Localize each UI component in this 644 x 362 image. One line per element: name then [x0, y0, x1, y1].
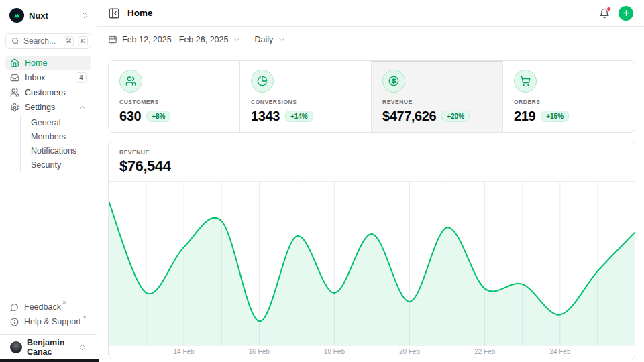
help-support-link[interactable]: Help & Support: [5, 314, 91, 329]
stat-value: 1343: [251, 109, 280, 124]
sidebar-item-home[interactable]: Home: [5, 56, 91, 70]
calendar-icon: [108, 35, 117, 44]
divider: [0, 334, 97, 335]
stat-value: 219: [514, 109, 535, 124]
revenue-chart-card: Revenue $76,544 14 Feb16 Feb18 Feb20 Feb…: [108, 141, 635, 359]
user-menu[interactable]: Benjamin Canac: [5, 339, 91, 357]
kbd-k: K: [78, 36, 88, 46]
chart-title: Revenue: [119, 149, 624, 156]
stat-label: Customers: [119, 99, 229, 105]
dashboard-content: Customers 630+8% Conversions 1343+14% Re…: [97, 52, 644, 362]
svg-text:22 Feb: 22 Feb: [474, 348, 496, 355]
stat-delta-badge: +20%: [441, 111, 470, 122]
kbd-meta: ⌘: [64, 36, 74, 46]
sidebar-item-general[interactable]: General: [31, 115, 91, 129]
workspace-name: Nuxt: [29, 11, 48, 21]
inbox-icon: [10, 73, 19, 82]
home-icon: [10, 58, 19, 68]
stat-label: Revenue: [382, 99, 492, 105]
stat-card-customers[interactable]: Customers 630+8%: [109, 61, 240, 133]
sidebar-item-notifications[interactable]: Notifications: [31, 143, 91, 158]
page-header: Home: [97, 0, 644, 27]
svg-text:16 Feb: 16 Feb: [249, 348, 270, 355]
sidebar-item-label: Inbox: [25, 73, 46, 82]
chevrons-up-down-icon: [78, 343, 87, 351]
search-icon: [11, 37, 19, 45]
search-input[interactable]: Search... ⌘ K: [5, 33, 91, 49]
date-range-label: Feb 12, 2025 - Feb 26, 2025: [122, 35, 228, 44]
stats-row: Customers 630+8% Conversions 1343+14% Re…: [108, 60, 635, 133]
sidebar-item-customers[interactable]: Customers: [5, 85, 91, 100]
svg-text:14 Feb: 14 Feb: [174, 348, 195, 355]
settings-submenu: General Members Notifications Security: [20, 115, 91, 172]
feedback-link[interactable]: Feedback: [5, 300, 91, 314]
users-icon: [125, 76, 136, 86]
filters-toolbar: Feb 12, 2025 - Feb 26, 2025 Daily: [97, 27, 644, 52]
nuxt-logo-icon: [9, 8, 24, 23]
arrow-up-right-icon: [82, 315, 87, 320]
sidebar-item-label: Home: [25, 58, 47, 68]
stat-delta-badge: +8%: [146, 111, 170, 122]
granularity-label: Daily: [254, 35, 273, 44]
sidebar: Nuxt Search... ⌘ K Home Inbox 4 Customer…: [0, 0, 97, 362]
page-title: Home: [127, 8, 153, 18]
stat-label: Orders: [514, 99, 624, 105]
info-circle-icon: [10, 318, 19, 326]
sidebar-footer: Feedback Help & Support Benjamin Canac: [5, 300, 91, 357]
sidebar-nav: Home Inbox 4 Customers Settings General …: [5, 56, 91, 173]
bottom-strip: [0, 359, 99, 362]
svg-text:18 Feb: 18 Feb: [324, 348, 345, 355]
sidebar-item-settings[interactable]: Settings: [5, 100, 91, 115]
users-icon: [10, 88, 19, 97]
stat-label: Conversions: [251, 99, 360, 105]
add-button[interactable]: [619, 6, 633, 21]
chart-header: Revenue $76,544: [109, 141, 635, 182]
stat-card-revenue[interactable]: Revenue $477,626+20%: [372, 61, 503, 133]
sidebar-item-label: Settings: [25, 103, 55, 112]
inbox-count-badge: 4: [76, 72, 87, 83]
sidebar-toggle-button[interactable]: [108, 7, 120, 19]
stat-value: 630: [119, 109, 141, 124]
stat-delta-badge: +14%: [285, 111, 313, 122]
cart-icon: [520, 76, 531, 86]
sidebar-item-inbox[interactable]: Inbox 4: [5, 70, 91, 85]
chevron-down-icon: [278, 36, 286, 44]
sidebar-item-security[interactable]: Security: [31, 158, 91, 172]
arrow-up-right-icon: [62, 300, 66, 305]
chart-value: $76,544: [119, 158, 624, 175]
dollar-circle-icon: [388, 76, 399, 86]
revenue-area-chart[interactable]: 14 Feb16 Feb18 Feb20 Feb22 Feb24 Feb: [109, 182, 635, 359]
search-placeholder: Search...: [23, 36, 60, 46]
svg-text:20 Feb: 20 Feb: [399, 348, 421, 355]
stat-card-conversions[interactable]: Conversions 1343+14%: [240, 61, 372, 133]
user-name: Benjamin Canac: [27, 338, 74, 357]
chevron-down-icon: [233, 36, 241, 44]
stat-delta-badge: +15%: [541, 111, 569, 122]
help-support-label: Help & Support: [24, 317, 81, 326]
avatar: [10, 341, 22, 353]
granularity-select[interactable]: Daily: [254, 35, 286, 44]
sidebar-item-label: Customers: [25, 88, 65, 97]
feedback-label: Feedback: [24, 302, 61, 312]
chat-bubble-icon: [10, 303, 19, 312]
main-area: Home Feb 12, 2025 - Feb 26, 2025 Daily: [97, 0, 644, 362]
sidebar-item-members[interactable]: Members: [31, 129, 91, 143]
chart-canvas[interactable]: 14 Feb16 Feb18 Feb20 Feb22 Feb24 Feb: [109, 182, 635, 357]
chevrons-up-down-icon: [80, 11, 89, 19]
stat-value: $477,626: [382, 109, 436, 124]
pie-chart-icon: [257, 76, 268, 86]
svg-text:24 Feb: 24 Feb: [549, 348, 571, 355]
app-window: Nuxt Search... ⌘ K Home Inbox 4 Customer…: [0, 0, 644, 362]
workspace-selector[interactable]: Nuxt: [5, 5, 91, 24]
gear-icon: [10, 103, 19, 112]
notifications-button[interactable]: [599, 8, 610, 19]
plus-icon: [622, 9, 631, 17]
date-range-picker[interactable]: Feb 12, 2025 - Feb 26, 2025: [108, 35, 241, 44]
chevron-up-icon: [78, 103, 87, 111]
notification-dot: [606, 7, 611, 11]
stat-card-orders[interactable]: Orders 219+15%: [503, 61, 635, 133]
